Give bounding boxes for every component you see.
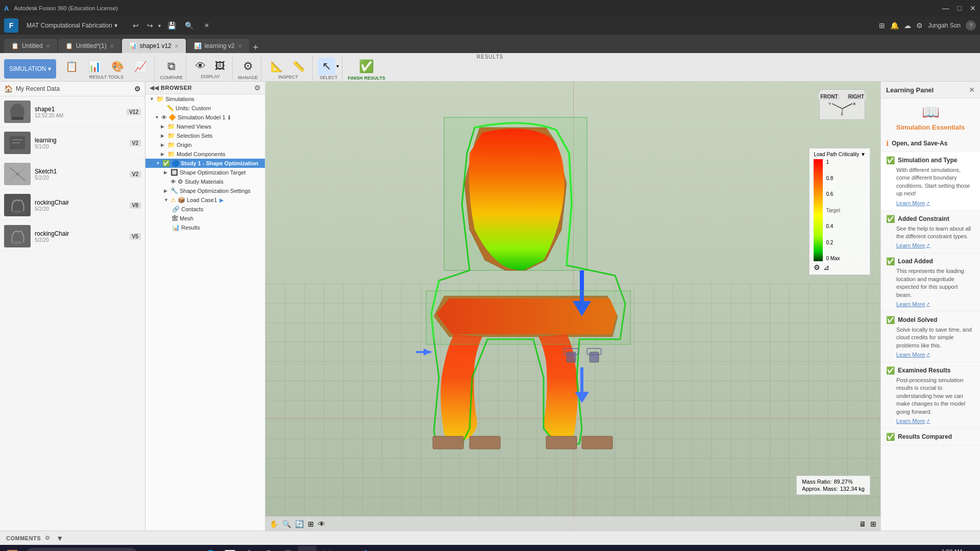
display-mode-icon[interactable]: 🖥	[859, 520, 866, 528]
maximize-btn[interactable]: □	[958, 4, 962, 12]
display-btn2[interactable]: 🖼	[211, 58, 229, 74]
recent-item[interactable]: rockingChair 5/2/20 V8	[0, 190, 145, 221]
taskbar-app-excel[interactable]: 📊	[220, 546, 239, 551]
learning-panel-close-btn[interactable]: ✕	[969, 86, 975, 94]
finish-results-btn[interactable]: ✅	[355, 57, 378, 76]
grid-icon[interactable]: ⊞	[870, 520, 876, 528]
view-options-icon[interactable]: 👁	[318, 520, 325, 528]
fit-icon[interactable]: ⊞	[308, 520, 314, 528]
settings-btn[interactable]: ⚙	[916, 21, 923, 30]
tab-untitled[interactable]: 📋 Untitled ✕	[4, 39, 57, 53]
select-dropdown[interactable]: ▾	[336, 63, 339, 69]
legend-title[interactable]: Load Path Criticality ▼	[814, 152, 866, 157]
tab-shape1[interactable]: 📊 shape1 v12 ✕	[122, 39, 186, 53]
recent-item[interactable]: shape1 12:52:20 AM V12	[0, 96, 145, 128]
taskbar-app-teams[interactable]: 💬	[259, 546, 278, 551]
tree-item-shapeoptimizationsettings[interactable]: ▶ 🔧 Shape Optimization Settings	[145, 186, 265, 195]
zoom-icon[interactable]: 🔍	[282, 520, 291, 528]
grid-view-btn[interactable]: ⊞	[879, 21, 885, 30]
simulation-dropdown-btn[interactable]: SIMULATION ▾	[4, 59, 56, 79]
tree-item-results[interactable]: 📊 Results	[145, 223, 265, 232]
clock[interactable]: 1:02 AM 5/3/2020	[942, 548, 962, 551]
close-search-btn[interactable]: ✕	[201, 19, 213, 32]
save-btn[interactable]: 💾	[166, 19, 178, 32]
select-btn[interactable]: ↖	[318, 58, 335, 75]
tree-item-shapetarget[interactable]: ▶ 🔲 Shape Optimization Target	[145, 168, 265, 177]
taskbar-app-edge[interactable]: 🦊	[317, 546, 336, 551]
tree-item-contacts[interactable]: 🔗 Contacts	[145, 205, 265, 214]
tree-item-namedviews[interactable]: ▶ 📁 Named Views	[145, 122, 265, 131]
redo-btn[interactable]: ↪	[144, 19, 156, 32]
undo-btn[interactable]: ↩	[130, 19, 142, 32]
legend-expand-icon[interactable]: ⊿	[823, 263, 829, 271]
recent-item[interactable]: learning 5/1/20 V2	[0, 128, 145, 159]
taskbar-app-powerpoint[interactable]: 📋	[240, 546, 258, 551]
notification-btn[interactable]: 🔔	[890, 21, 899, 30]
close-btn[interactable]: ✕	[970, 4, 976, 12]
learn-more-link[interactable]: Learn More ↗	[896, 242, 975, 248]
tree-item-studymaterials[interactable]: 👁 ⚙ Study Materials	[145, 177, 265, 186]
compare-btn[interactable]: ⧉	[163, 58, 180, 75]
result-tools-btn2[interactable]: 📊	[84, 58, 105, 74]
learn-more-link[interactable]: Learn More ↗	[896, 200, 975, 206]
taskbar-app-fusion[interactable]: F	[298, 546, 316, 551]
minimize-btn[interactable]: —	[942, 4, 949, 12]
tab-close-btn[interactable]: ✕	[175, 43, 179, 49]
item-date: 5/2/20	[35, 175, 126, 181]
rotate-icon[interactable]: 🔄	[295, 520, 304, 528]
learn-more-link[interactable]: Learn More ↗	[896, 418, 975, 424]
taskbar-app-chrome[interactable]: 🌐	[201, 546, 219, 551]
taskbar-app-mail[interactable]: 📧	[182, 546, 200, 551]
app-name-dropdown[interactable]: MAT Computational Fabrication ▾	[23, 21, 120, 30]
taskbar-app-vs[interactable]: VS	[337, 546, 355, 551]
comments-collapse-handle[interactable]: ▼	[56, 534, 63, 542]
result-tools-btn3[interactable]: 🎨	[107, 58, 128, 74]
tab-untitled1[interactable]: 📋 Untitled*(1) ✕	[58, 39, 121, 53]
browser-options-btn[interactable]: ⚙	[254, 84, 261, 92]
tree-item-study[interactable]: ▼ ✅ 🔵 Study 1 - Shape Optimization	[145, 159, 265, 168]
tree-item-selectionsets[interactable]: ▶ 📁 Selection Sets	[145, 131, 265, 140]
inspect-btn2[interactable]: 📏	[288, 58, 309, 74]
manage-btn[interactable]: ⚙	[239, 58, 257, 75]
tree-item-simulations[interactable]: ▼ 📁 Simulations	[145, 94, 265, 104]
help-btn[interactable]: ?	[966, 20, 976, 31]
browser-collapse-btn[interactable]: ◀◀	[150, 84, 159, 91]
panel-settings-icon[interactable]: ⚙	[134, 85, 141, 93]
pan-icon[interactable]: ✋	[270, 520, 278, 528]
cloud-sync-btn[interactable]: ☁	[904, 21, 911, 30]
tab-close-btn[interactable]: ✕	[110, 43, 114, 49]
legend-settings-icon[interactable]: ⚙	[814, 263, 820, 271]
tree-item-loadcase[interactable]: ▼ ⚠ 📦 Load Case1 ▶	[145, 195, 265, 205]
task-view-btn[interactable]: ⊟	[141, 546, 159, 551]
taskbar-app-phone[interactable]: 📱	[279, 546, 297, 551]
learn-more-link[interactable]: Learn More ↗	[896, 352, 975, 358]
display-btn1[interactable]: 👁	[191, 58, 210, 74]
taskbar-app-rhino[interactable]: R	[376, 546, 394, 551]
undo-dropdown[interactable]: ▾	[158, 23, 161, 29]
start-btn[interactable]: 🪟	[2, 545, 22, 551]
comments-expand-icon[interactable]: ⚙	[45, 535, 50, 541]
tab-close-btn[interactable]: ✕	[46, 43, 50, 49]
inspect-btn1[interactable]: 📐	[266, 58, 287, 74]
learn-more-link[interactable]: Learn More ↗	[896, 301, 975, 307]
tab-close-btn[interactable]: ✕	[238, 43, 242, 49]
tree-item-simmodel[interactable]: ▼ 👁 🔶 Simulation Model 1 ℹ	[145, 113, 265, 122]
new-tab-btn[interactable]: +	[250, 42, 262, 53]
compass-widget[interactable]: FRONT RIGHT X Y Z	[819, 89, 865, 120]
search-bar[interactable]: 🔍 Type here to search	[26, 548, 138, 551]
result-tools-btn1[interactable]: 📋	[61, 58, 82, 74]
viewport[interactable]: FRONT RIGHT X Y Z Load Path Cr	[265, 82, 880, 531]
tree-item-mesh[interactable]: 🕸 Mesh	[145, 214, 265, 223]
taskbar-app-explorer[interactable]: 📁	[162, 546, 181, 551]
home-icon[interactable]: 🏠	[4, 85, 13, 93]
tab-learning[interactable]: 📊 learning v2 ✕	[187, 39, 249, 53]
recent-item[interactable]: rockingChair 5/2/20 V5	[0, 221, 145, 252]
search-btn[interactable]: 🔍	[183, 19, 195, 32]
recent-item[interactable]: Sketch1 5/2/20 V2	[0, 159, 145, 190]
tree-item-origin[interactable]: ▶ 📁 Origin	[145, 140, 265, 149]
tree-item-units[interactable]: 📏 Units: Custom	[145, 104, 265, 113]
user-name[interactable]: Jungah Son	[928, 22, 961, 29]
result-tools-btn4[interactable]: 📈	[130, 58, 151, 74]
taskbar-app-arduino[interactable]: 🔷	[356, 546, 375, 551]
tree-item-modelcomponents[interactable]: ▶ 📁 Model Components	[145, 149, 265, 159]
